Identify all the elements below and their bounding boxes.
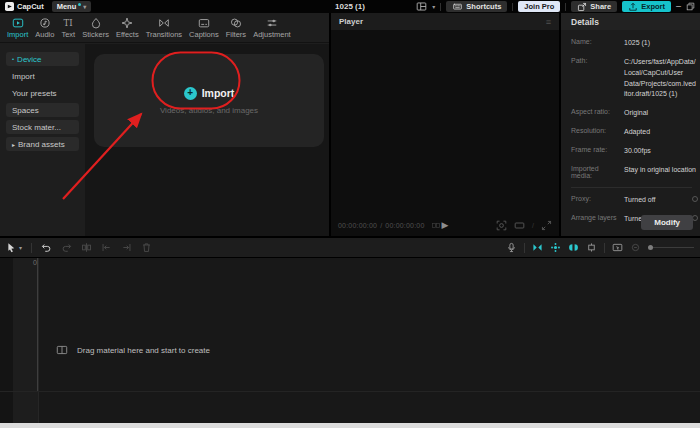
chevron-down-icon: ▾ (83, 4, 86, 10)
detail-row-proxy: Proxy: Turned off (571, 195, 696, 206)
detail-label: Resolution: (571, 127, 619, 138)
tab-filters[interactable]: Filters (226, 17, 246, 39)
timecode-current: 00:00:00:00 (338, 222, 377, 229)
sidebar-item-device[interactable]: • Device (6, 52, 79, 66)
split-icon[interactable] (81, 242, 92, 253)
capcut-logo: CapCut (5, 2, 44, 11)
tab-label: Audio (35, 30, 54, 39)
timeline-toolbar: ▾ (0, 238, 700, 257)
media-tab-bar: Import Audio TI Text Stick (0, 13, 329, 43)
tab-label: Text (61, 30, 75, 39)
sidebar-item-label: Brand assets (18, 140, 65, 149)
zoom-slider-knob[interactable] (648, 245, 653, 250)
proxy-setting-icon[interactable] (692, 196, 698, 202)
delete-right-icon[interactable] (121, 242, 132, 253)
sidebar-item-import[interactable]: Import (6, 69, 79, 83)
divider (524, 243, 525, 253)
tab-label: Stickers (82, 30, 109, 39)
main-track-magnet-icon[interactable] (532, 242, 543, 253)
divider (38, 258, 39, 423)
detail-value: Adapted (624, 127, 696, 138)
filters-icon (230, 17, 242, 29)
tab-effects[interactable]: Effects (116, 17, 139, 39)
preview-axis-icon[interactable] (612, 242, 623, 253)
link-clips-icon[interactable] (586, 242, 597, 253)
detail-label: Path: (571, 57, 619, 100)
export-label: Export (641, 2, 665, 11)
export-button[interactable]: Export (622, 1, 671, 12)
playhead[interactable] (37, 258, 38, 391)
media-content: + Import Videos, audios, and images (85, 44, 329, 236)
detail-label: Arrange layers (571, 214, 619, 225)
chevron-down-icon: ▾ (19, 245, 22, 251)
panel-menu-icon[interactable]: ≡ (546, 17, 551, 27)
effects-icon (121, 17, 133, 29)
divider (565, 3, 566, 11)
delete-icon[interactable] (141, 242, 152, 253)
tab-label: Transitions (146, 30, 182, 39)
aspect-ratio-icon[interactable] (514, 220, 525, 231)
detail-label: Proxy: (571, 195, 619, 206)
linked-snap-icon[interactable] (568, 242, 579, 253)
tab-captions[interactable]: Captions (189, 17, 219, 39)
tab-audio[interactable]: Audio (35, 17, 54, 39)
sidebar-item-stock-materials[interactable]: Stock mater... (6, 120, 79, 134)
select-tool-button[interactable]: ▾ (6, 242, 22, 253)
fit-zoom-icon[interactable] (496, 220, 507, 231)
tab-import[interactable]: Import (7, 17, 28, 39)
media-sidebar: • Device Import Your presets Spaces Stoc… (0, 44, 85, 236)
export-icon (628, 2, 638, 12)
restore-button[interactable] (686, 2, 695, 11)
detail-row-frame-rate: Frame rate: 30.00fps (571, 146, 696, 157)
join-pro-button[interactable]: Join Pro (518, 1, 560, 12)
undo-icon[interactable] (41, 242, 52, 253)
join-pro-label: Join Pro (524, 2, 554, 11)
tab-adjustment[interactable]: Adjustment (253, 17, 291, 39)
sidebar-item-your-presets[interactable]: Your presets (6, 86, 79, 100)
empty-track-hint: Drag material here and start to create (56, 344, 210, 356)
detail-value: Original (624, 108, 696, 119)
frame-step-icon[interactable] (431, 221, 441, 230)
delete-left-icon[interactable] (101, 242, 112, 253)
auto-snap-icon[interactable] (550, 242, 561, 253)
bullet-icon: • (12, 56, 14, 62)
minimize-button[interactable]: – (676, 2, 681, 11)
plus-icon: + (184, 87, 197, 100)
zoom-out-icon[interactable] (630, 242, 641, 253)
media-clip-icon (56, 344, 68, 356)
details-title: Details (561, 13, 700, 30)
timeline[interactable]: 0 Drag material here and start to create (0, 258, 700, 423)
tab-label: Filters (226, 30, 246, 39)
record-voiceover-icon[interactable] (506, 242, 517, 253)
tab-text[interactable]: TI Text (61, 17, 75, 39)
svg-text:TI: TI (64, 18, 73, 28)
tab-label: Effects (116, 30, 139, 39)
track-header-column (0, 258, 13, 423)
detail-row-aspect-ratio: Aspect ratio: Original (571, 108, 696, 119)
sidebar-item-brand-assets[interactable]: ▸ Brand assets (6, 137, 79, 151)
tab-label: Captions (189, 30, 219, 39)
import-dropzone[interactable]: + Import Videos, audios, and images (94, 54, 324, 147)
shortcuts-button[interactable]: Shortcuts (446, 1, 507, 12)
modify-button[interactable]: Modify (641, 215, 693, 230)
logo-text: CapCut (17, 2, 44, 11)
timeline-zoom-slider[interactable] (648, 247, 694, 248)
tab-label: Import (7, 30, 28, 39)
titlebar: CapCut Menu ▾ 1025 (1) ▾ (0, 0, 700, 13)
redo-icon[interactable] (61, 242, 72, 253)
share-button[interactable]: Share (571, 1, 617, 12)
detail-label: Aspect ratio: (571, 108, 619, 119)
detail-row-imported-media: Imported media: Stay in original locatio… (571, 165, 696, 179)
audio-icon (39, 17, 51, 29)
sidebar-item-spaces[interactable]: Spaces (6, 103, 79, 117)
drag-hint-text: Drag material here and start to create (77, 346, 210, 355)
fullscreen-icon[interactable] (541, 220, 552, 231)
play-button[interactable]: ▶ (442, 220, 449, 230)
tab-transitions[interactable]: Transitions (146, 17, 182, 39)
capcut-app: CapCut Menu ▾ 1025 (1) ▾ (0, 0, 700, 428)
tab-stickers[interactable]: Stickers (82, 17, 109, 39)
timecode-total: 00:00:00:00 (385, 222, 424, 229)
stickers-icon (90, 17, 102, 29)
detail-value: Stay in original location (624, 165, 696, 179)
menu-button[interactable]: Menu ▾ (52, 1, 92, 12)
